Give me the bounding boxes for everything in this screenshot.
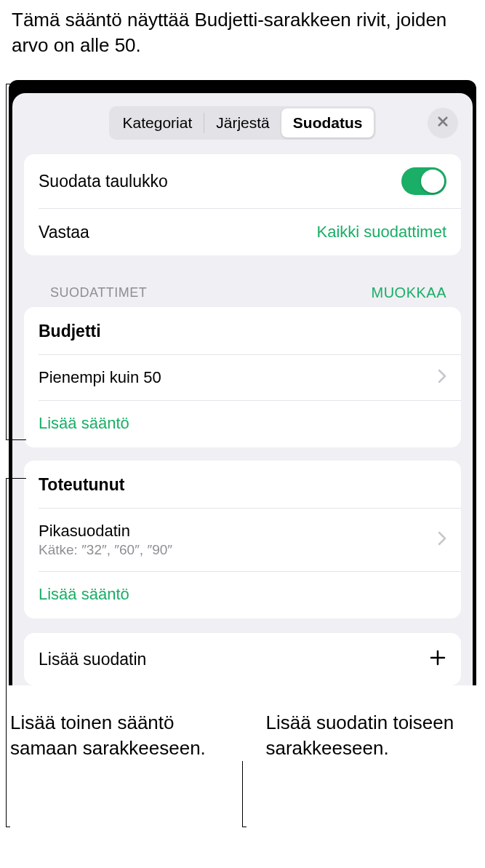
filter-settings-card: Suodata taulukko Vastaa Kaikki suodattim… [24,154,461,255]
segmented-control: Kategoriat Järjestä Suodatus [109,106,377,140]
filter-column-name: Toteutunut [24,461,461,508]
add-filter-card: Lisää suodatin [24,633,461,685]
phone-frame: Kategoriat Järjestä Suodatus Suodata tau… [9,80,476,685]
callout-top: Tämä sääntö näyttää Budjetti-sarakkeen r… [0,0,485,80]
chevron-right-icon [438,369,446,386]
callout-bottom-left: Lisää toinen sääntö samaan sarakkeeseen. [10,710,230,761]
filter-table-toggle[interactable] [401,167,446,195]
add-rule-label: Lisää sääntö [39,414,446,433]
tab-filter[interactable]: Suodatus [281,108,374,138]
tab-categories[interactable]: Kategoriat [111,108,204,138]
tab-sort[interactable]: Järjestä [204,108,281,138]
add-filter-button[interactable]: Lisää suodatin [24,633,461,685]
add-rule-button[interactable]: Lisää sääntö [24,572,461,618]
filter-rule-row[interactable]: Pikasuodatin Kätke: ″32″, ″60″, ″90″ [24,509,461,571]
filter-group-toteutunut: Toteutunut Pikasuodatin Kätke: ″32″, ″60… [24,461,461,618]
plus-icon [429,649,446,669]
filter-sheet: Kategoriat Järjestä Suodatus Suodata tau… [12,93,473,685]
bottom-callouts: Lisää toinen sääntö samaan sarakkeeseen.… [0,698,485,761]
callout-leader-line [6,478,7,827]
close-icon [436,115,449,131]
callout-leader-line [242,761,243,827]
filter-group-budjetti: Budjetti Pienempi kuin 50 Lisää sääntö [24,307,461,447]
filters-section-title: SUODATTIMET [50,285,147,300]
match-value: Kaikki suodattimet [316,223,446,242]
add-filter-label: Lisää suodatin [39,650,146,669]
filter-column-name: Budjetti [24,307,461,354]
filter-rule-row[interactable]: Pienempi kuin 50 [24,355,461,400]
add-rule-button[interactable]: Lisää sääntö [24,401,461,447]
close-button[interactable] [428,108,458,138]
match-row[interactable]: Vastaa Kaikki suodattimet [24,209,461,255]
callout-leader-line [6,84,7,440]
filter-rule-text: Pikasuodatin [39,522,172,541]
add-rule-label: Lisää sääntö [39,585,446,604]
filter-rule-subtitle: Kätke: ″32″, ″60″, ″90″ [39,542,172,558]
filter-rule-text: Pienempi kuin 50 [39,368,161,387]
edit-button[interactable]: MUOKKAA [371,284,446,301]
match-label: Vastaa [39,223,89,242]
filter-table-label: Suodata taulukko [39,172,168,191]
filter-table-row: Suodata taulukko [24,154,461,208]
callout-bottom-right: Lisää suodatin toiseen sarakkeeseen. [266,710,486,761]
chevron-right-icon [438,531,446,549]
sheet-header: Kategoriat Järjestä Suodatus [12,106,473,154]
filters-section-header: SUODATTIMET MUOKKAA [24,284,461,307]
